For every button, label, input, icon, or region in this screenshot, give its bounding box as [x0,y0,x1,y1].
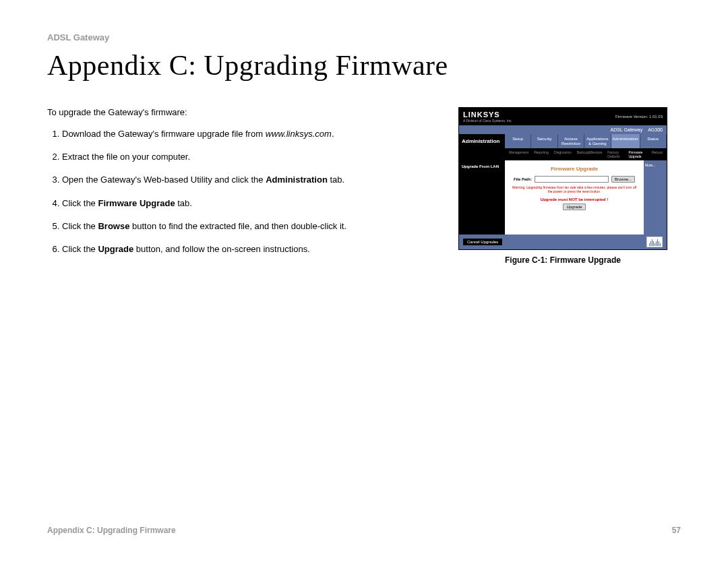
step-5-text-a: Click the [62,221,98,231]
subtab-firmware[interactable]: Firmware Upgrade [627,150,647,159]
router-tabs: Setup Security Access Restriction Applic… [505,134,667,148]
router-main: Firmware Upgrade File Path: Browse... Wa… [505,160,667,235]
tab-apps[interactable]: Applications & Gaming [584,134,611,148]
tab-access[interactable]: Access Restriction [558,134,584,148]
router-side-label: Upgrade From LAN [459,160,505,235]
router-footer: Cancel Upgrades [459,235,667,249]
step-4-text-a: Click the [62,198,98,208]
file-row: File Path: Browse... [512,176,637,183]
page-footer: Appendix C: Upgrading Firmware 57 [47,526,681,535]
step-6-text-c: button, and follow the on-screen instruc… [133,244,310,254]
steps-list: Download the Gateway's firmware upgrade … [47,128,438,255]
step-5: Click the Browse button to find the extr… [62,220,438,232]
tab-security[interactable]: Security [531,134,557,148]
step-5-text-c: button to find the extracted file, and t… [129,221,346,231]
router-screenshot: LINKSYS A Division of Cisco Systems, Inc… [458,107,667,250]
subtab-diag[interactable]: Diagnostics [553,150,573,159]
step-2: Extract the file on your computer. [62,151,438,163]
figure-caption: Figure C-1: Firmware Upgrade [458,255,667,265]
router-subtabs: Management Reporting Diagnostics Backup&… [459,148,667,160]
step-4-bold: Firmware Upgrade [98,198,175,208]
subtab-reboot[interactable]: Reboot [650,150,664,159]
step-5-bold: Browse [98,221,129,231]
step-6-text-a: Click the [62,244,98,254]
linksys-sublogo: A Division of Cisco Systems, Inc. [463,119,512,123]
file-input[interactable] [535,176,609,183]
firmware-heading: Firmware Upgrade [512,166,637,172]
step-1-text-a: Download the Gateway's firmware upgrade … [62,129,266,139]
breadcrumb-model: AG300 [648,127,663,132]
subtab-factory[interactable]: Factory Defaults [606,150,624,159]
cisco-logo-icon [646,237,663,247]
router-nav-label: Administration [459,134,505,148]
breadcrumb-gateway: ADSL Gateway [611,127,643,132]
browse-button[interactable]: Browse... [611,176,635,183]
step-6: Click the Upgrade button, and follow the… [62,243,438,255]
router-breadcrumb: ADSL Gateway AG300 [459,125,667,134]
file-label: File Path: [514,177,532,181]
linksys-logo: LINKSYS [463,111,512,119]
cancel-button[interactable]: Cancel Upgrades [463,239,502,245]
more-panel: More... [644,160,667,235]
footer-page-number: 57 [672,526,681,535]
upgrade-button[interactable]: Upgrade [563,204,585,210]
content-row: To upgrade the Gateway's firmware: Downl… [47,107,681,266]
page-title: Appendix C: Upgrading Firmware [47,49,681,82]
warning-bold: Upgrade must NOT be interrupted ! [512,197,637,201]
step-1: Download the Gateway's firmware upgrade … [62,128,438,140]
intro-text: To upgrade the Gateway's firmware: [47,107,438,117]
subtab-mgmt[interactable]: Management [508,150,530,159]
step-1-text-c: . [332,129,334,139]
figure-column: LINKSYS A Division of Cisco Systems, Inc… [458,107,667,266]
router-topbar: LINKSYS A Division of Cisco Systems, Inc… [459,108,667,125]
warning-text: Warning: Upgrading firmware from lan sid… [512,185,637,193]
tab-status[interactable]: Status [640,134,667,148]
router-nav-row: Administration Setup Security Access Res… [459,134,667,148]
subtab-backup[interactable]: Backup&Restore [576,150,604,159]
step-3-text-a: Open the Gateway's Web-based Utility and… [62,175,266,185]
tab-setup[interactable]: Setup [505,134,531,148]
footer-left: Appendix C: Upgrading Firmware [47,526,176,535]
subtab-reporting[interactable]: Reporting [533,150,550,159]
tab-admin[interactable]: Administration [611,134,640,148]
instructions-column: To upgrade the Gateway's firmware: Downl… [47,107,438,266]
doc-header-label: ADSL Gateway [47,32,681,42]
step-3-bold: Administration [266,175,328,185]
router-body: Upgrade From LAN Firmware Upgrade File P… [459,160,667,235]
step-1-link: www.linksys.com [266,129,332,139]
step-3: Open the Gateway's Web-based Utility and… [62,174,438,186]
step-6-bold: Upgrade [98,244,133,254]
router-form: Firmware Upgrade File Path: Browse... Wa… [505,160,644,235]
step-4: Click the Firmware Upgrade tab. [62,197,438,210]
step-3-text-c: tab. [328,175,344,185]
step-4-text-c: tab. [175,198,192,208]
firmware-version: Firmware Version: 1.01.03 [615,115,663,119]
